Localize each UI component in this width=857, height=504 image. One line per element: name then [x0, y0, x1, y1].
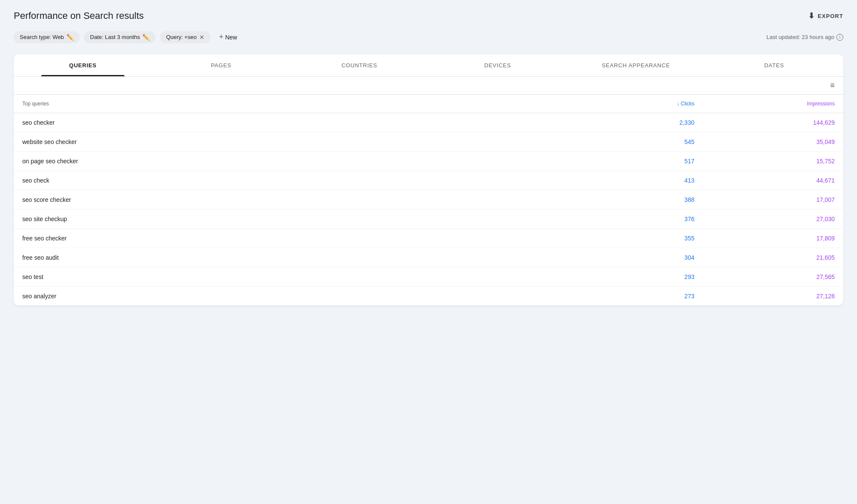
- cell-query: seo checker: [14, 113, 595, 132]
- table-body: seo checker2,330144,629website seo check…: [14, 113, 843, 306]
- page-title: Performance on Search results: [14, 10, 144, 21]
- cell-impressions: 44,671: [703, 171, 843, 190]
- cell-impressions: 144,629: [703, 113, 843, 132]
- cell-query: free seo audit: [14, 248, 595, 267]
- table-row[interactable]: free seo checker35517,809: [14, 229, 843, 248]
- col-header-impressions[interactable]: Impressions: [703, 95, 843, 113]
- cell-clicks: 304: [595, 248, 703, 267]
- tab-devices[interactable]: DEVICES: [429, 54, 567, 76]
- cell-clicks: 388: [595, 190, 703, 210]
- date-label: Date: Last 3 months: [90, 34, 140, 40]
- cell-query: on page seo checker: [14, 152, 595, 171]
- header: Performance on Search results ⬇ EXPORT: [14, 10, 843, 21]
- main-card: QUERIES PAGES COUNTRIES DEVICES SEARCH A…: [14, 54, 843, 306]
- cell-clicks: 2,330: [595, 113, 703, 132]
- col-header-query: Top queries: [14, 95, 595, 113]
- down-arrow-icon: ↓: [677, 101, 680, 107]
- edit-date-icon[interactable]: ✏️: [142, 34, 150, 41]
- export-icon: ⬇: [808, 11, 815, 21]
- cell-clicks: 273: [595, 287, 703, 306]
- table-row[interactable]: free seo audit30421,605: [14, 248, 843, 267]
- cell-query: website seo checker: [14, 132, 595, 152]
- cell-impressions: 35,049: [703, 132, 843, 152]
- cell-query: seo site checkup: [14, 210, 595, 229]
- tabs-row: QUERIES PAGES COUNTRIES DEVICES SEARCH A…: [14, 54, 843, 77]
- cell-query: seo analyzer: [14, 287, 595, 306]
- close-icon[interactable]: ✕: [199, 34, 204, 41]
- table-row[interactable]: seo site checkup37627,030: [14, 210, 843, 229]
- table-row[interactable]: seo checker2,330144,629: [14, 113, 843, 132]
- table-row[interactable]: seo check41344,671: [14, 171, 843, 190]
- last-updated: Last updated: 23 hours ago i: [767, 34, 843, 41]
- cell-impressions: 27,565: [703, 267, 843, 287]
- table-row[interactable]: on page seo checker51715,752: [14, 152, 843, 171]
- filters-row: Search type: Web ✏️ Date: Last 3 months …: [14, 30, 843, 44]
- table-row[interactable]: website seo checker54535,049: [14, 132, 843, 152]
- sort-filter-icon[interactable]: ≡: [830, 81, 835, 90]
- cell-clicks: 293: [595, 267, 703, 287]
- sort-clicks[interactable]: ↓ Clicks: [677, 101, 695, 107]
- tab-queries[interactable]: QUERIES: [14, 54, 152, 76]
- plus-icon: +: [219, 33, 224, 42]
- cell-query: free seo checker: [14, 229, 595, 248]
- cell-impressions: 15,752: [703, 152, 843, 171]
- export-button[interactable]: ⬇ EXPORT: [808, 11, 843, 21]
- cell-clicks: 413: [595, 171, 703, 190]
- table-row[interactable]: seo analyzer27327,128: [14, 287, 843, 306]
- info-icon[interactable]: i: [836, 34, 843, 41]
- cell-clicks: 355: [595, 229, 703, 248]
- table-toolbar: ≡: [14, 77, 843, 95]
- tab-search-appearance[interactable]: SEARCH APPEARANCE: [567, 54, 705, 76]
- table-header-row: Top queries ↓ Clicks Impressions: [14, 95, 843, 113]
- col-header-clicks[interactable]: ↓ Clicks: [595, 95, 703, 113]
- cell-clicks: 376: [595, 210, 703, 229]
- search-type-label: Search type: Web: [20, 34, 64, 40]
- tab-dates[interactable]: DATES: [705, 54, 844, 76]
- cell-clicks: 517: [595, 152, 703, 171]
- table-row[interactable]: seo score checker38817,007: [14, 190, 843, 210]
- cell-impressions: 17,809: [703, 229, 843, 248]
- queries-table: Top queries ↓ Clicks Impressions seo che…: [14, 95, 843, 306]
- cell-query: seo score checker: [14, 190, 595, 210]
- edit-icon[interactable]: ✏️: [66, 34, 74, 41]
- date-filter[interactable]: Date: Last 3 months ✏️: [84, 31, 156, 43]
- table-row[interactable]: seo test29327,565: [14, 267, 843, 287]
- query-filter[interactable]: Query: +seo ✕: [160, 31, 210, 43]
- cell-query: seo test: [14, 267, 595, 287]
- cell-clicks: 545: [595, 132, 703, 152]
- query-label: Query: +seo: [166, 34, 196, 40]
- cell-impressions: 27,030: [703, 210, 843, 229]
- cell-impressions: 27,128: [703, 287, 843, 306]
- search-type-filter[interactable]: Search type: Web ✏️: [14, 31, 80, 43]
- cell-query: seo check: [14, 171, 595, 190]
- cell-impressions: 21,605: [703, 248, 843, 267]
- cell-impressions: 17,007: [703, 190, 843, 210]
- tab-pages[interactable]: PAGES: [152, 54, 291, 76]
- new-filter-button[interactable]: + New: [215, 30, 242, 44]
- tab-countries[interactable]: COUNTRIES: [290, 54, 429, 76]
